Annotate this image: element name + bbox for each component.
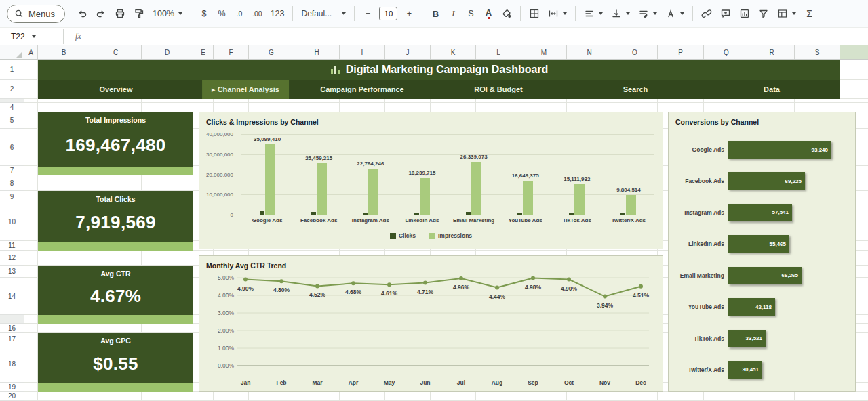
merge-cells-button[interactable] bbox=[545, 5, 570, 22]
number-format-button[interactable]: 123 bbox=[267, 5, 288, 22]
row-header-16[interactable]: 16 bbox=[0, 324, 24, 333]
functions-button[interactable]: Σ bbox=[801, 5, 817, 22]
row-header-20[interactable]: 20 bbox=[0, 392, 24, 401]
column-header-S[interactable]: S bbox=[795, 45, 840, 59]
kpi-avg-ctr[interactable]: Avg CTR 4.67% bbox=[38, 266, 193, 324]
row-header-4[interactable]: 4 bbox=[0, 103, 24, 112]
row-header-18[interactable]: 18 bbox=[0, 345, 24, 383]
column-header-B[interactable]: B bbox=[38, 45, 90, 59]
column-header-O[interactable]: O bbox=[612, 45, 658, 59]
row-header-11[interactable]: 11 bbox=[0, 241, 24, 251]
decrease-decimal-button[interactable]: .0 bbox=[231, 5, 248, 22]
tab-data[interactable]: Data bbox=[754, 80, 789, 99]
row-header-19[interactable]: 19 bbox=[0, 383, 24, 392]
cell-name-box[interactable]: T22 bbox=[0, 28, 60, 45]
column-header-J[interactable]: J bbox=[385, 45, 431, 59]
row-header-12[interactable]: 12 bbox=[0, 251, 24, 266]
row-header-17[interactable]: 17 bbox=[0, 333, 24, 345]
font-family-select[interactable]: Defaul... bbox=[298, 5, 349, 22]
row-header-14[interactable]: 14 bbox=[0, 278, 24, 315]
conversions-chart[interactable]: Conversions by Channel Google Ads93,240F… bbox=[668, 112, 856, 392]
ctr-trend-chart[interactable]: Monthly Avg CTR Trend 5.00%4.00%3.00%2.0… bbox=[199, 255, 663, 392]
column-header-E[interactable]: E bbox=[193, 45, 214, 59]
borders-button[interactable] bbox=[526, 5, 543, 22]
separator bbox=[191, 6, 191, 21]
column-header-D[interactable]: D bbox=[142, 45, 193, 59]
column-header-G[interactable]: G bbox=[249, 45, 294, 59]
paint-format-button[interactable] bbox=[130, 5, 148, 22]
column-header-H[interactable]: H bbox=[294, 45, 340, 59]
font-size-input[interactable]: 10 bbox=[379, 7, 397, 20]
column-header-K[interactable]: K bbox=[431, 45, 476, 59]
bold-button[interactable]: B bbox=[427, 5, 443, 22]
impressions-bar bbox=[368, 169, 378, 215]
paint-format-icon bbox=[134, 8, 144, 19]
vertical-align-button[interactable] bbox=[608, 5, 633, 22]
increase-font-size-button[interactable]: + bbox=[401, 5, 417, 22]
row-header-2[interactable]: 2 bbox=[0, 80, 24, 99]
column-header-Q[interactable]: Q bbox=[704, 45, 749, 59]
row-header-1[interactable]: 1 bbox=[0, 60, 24, 80]
conversion-bar: 93,240 bbox=[728, 141, 831, 159]
row-header-8[interactable]: 8 bbox=[0, 175, 24, 191]
kpi-total-impressions[interactable]: Total Impressions 169,467,480 bbox=[38, 112, 193, 175]
column-header-F[interactable]: F bbox=[214, 45, 249, 59]
grid-canvas[interactable]: Digital Marketing Campaign Dashboard Ove… bbox=[24, 60, 868, 401]
insert-link-button[interactable] bbox=[698, 5, 715, 22]
column-header-I[interactable]: I bbox=[340, 45, 385, 59]
zoom-select[interactable]: 100% bbox=[149, 5, 186, 22]
kpi-total-clicks[interactable]: Total Clicks 7,919,569 bbox=[38, 191, 193, 251]
format-percent-button[interactable]: % bbox=[214, 5, 230, 22]
kpi-avg-cpc[interactable]: Avg CPC $0.55 bbox=[38, 333, 193, 392]
select-all-corner[interactable] bbox=[0, 45, 24, 60]
text-rotation-button[interactable] bbox=[662, 5, 688, 22]
row-header-9[interactable]: 9 bbox=[0, 191, 24, 203]
row-header-6[interactable]: 6 bbox=[0, 129, 24, 166]
column-header-P[interactable]: P bbox=[658, 45, 704, 59]
fill-color-button[interactable] bbox=[498, 5, 515, 22]
row-header-10[interactable]: 10 bbox=[0, 203, 24, 241]
text-wrap-button[interactable] bbox=[635, 5, 660, 22]
undo-button[interactable] bbox=[73, 5, 91, 22]
strikethrough-button[interactable]: S bbox=[462, 5, 479, 22]
horizontal-align-button[interactable] bbox=[580, 5, 606, 22]
tab-search[interactable]: Search bbox=[614, 80, 658, 99]
kpi-label: Total Clicks bbox=[38, 191, 193, 203]
row-header-5[interactable]: 5 bbox=[0, 112, 24, 129]
column-header-R[interactable]: R bbox=[749, 45, 795, 59]
insert-chart-button[interactable] bbox=[736, 5, 753, 22]
formula-input[interactable] bbox=[91, 28, 868, 45]
create-filter-button[interactable] bbox=[755, 5, 772, 22]
row-header-7[interactable]: 7 bbox=[0, 166, 24, 175]
tab-overview[interactable]: Overview bbox=[90, 80, 142, 99]
decrease-font-size-button[interactable]: − bbox=[359, 5, 376, 22]
column-header-M[interactable]: M bbox=[521, 45, 567, 59]
text-color-button[interactable]: A bbox=[486, 7, 492, 20]
column-header-A[interactable]: A bbox=[24, 45, 38, 59]
row-headers[interactable]: 1245678910111213141617181920 bbox=[0, 60, 24, 401]
italic-button[interactable]: I bbox=[445, 5, 461, 22]
column-header-selected[interactable] bbox=[840, 45, 868, 59]
svg-text:Mar: Mar bbox=[312, 379, 323, 386]
increase-decimal-button[interactable]: .00 bbox=[249, 5, 266, 22]
column-header-C[interactable]: C bbox=[90, 45, 142, 59]
tab-channel-analysis[interactable]: ▸ Channel Analysis bbox=[202, 80, 289, 99]
conversion-label: Email Marketing bbox=[674, 272, 728, 279]
x-axis-label: Twitter/X Ads bbox=[603, 217, 654, 224]
table-views-button[interactable] bbox=[774, 5, 800, 22]
print-button[interactable] bbox=[111, 5, 129, 22]
row-header-13[interactable]: 13 bbox=[0, 266, 24, 278]
redo-button[interactable] bbox=[92, 5, 110, 22]
svg-text:2.00%: 2.00% bbox=[218, 327, 235, 334]
row-header-hidden[interactable] bbox=[0, 315, 24, 324]
tab-campaign-performance[interactable]: Campaign Performance bbox=[311, 80, 413, 99]
menus-button[interactable]: Menus bbox=[7, 5, 65, 23]
clicks-impressions-chart[interactable]: Clicks & Impressions by Channel 40,000,0… bbox=[199, 112, 663, 249]
insert-comment-button[interactable] bbox=[717, 5, 734, 22]
column-headers[interactable]: ABCDEFGHIJKLMNOPQRS bbox=[24, 45, 868, 60]
format-currency-button[interactable]: $ bbox=[196, 5, 212, 22]
x-axis-label: YouTube Ads bbox=[500, 217, 551, 224]
column-header-L[interactable]: L bbox=[476, 45, 521, 59]
column-header-N[interactable]: N bbox=[567, 45, 612, 59]
tab-roi-budget[interactable]: ROI & Budget bbox=[465, 80, 532, 99]
